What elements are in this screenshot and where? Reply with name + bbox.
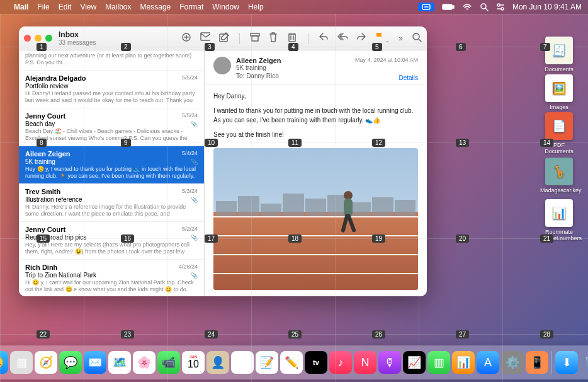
wifi-icon[interactable] [462, 3, 472, 11]
menu-help[interactable]: Help [248, 3, 264, 11]
menu-edit[interactable]: Edit [59, 3, 72, 11]
message-date: 5/3/24 [182, 188, 198, 194]
dock-notes[interactable]: 📝 [256, 351, 278, 374]
menu-view[interactable]: View [80, 3, 96, 11]
list-item[interactable]: Alejandra Delgado5/5/24Portfolio reviewH… [19, 71, 204, 108]
battery-icon[interactable] [442, 3, 455, 11]
message-date: 5/5/24 [182, 112, 198, 119]
svg-rect-11 [289, 34, 295, 42]
menu-mailbox[interactable]: Mailbox [105, 3, 131, 11]
desktop-images[interactable]: 🖼️Images [540, 74, 578, 110]
menu-message[interactable]: Message [140, 3, 171, 11]
reply-icon[interactable] [319, 32, 329, 45]
dock-freeform[interactable]: ✏️ [280, 351, 303, 374]
runner-figure [336, 191, 361, 248]
dock-stocks[interactable]: 📈 [403, 351, 426, 374]
message-subject: Illustration reference [25, 196, 198, 203]
svg-point-5 [501, 8, 504, 10]
menubar-datetime[interactable]: Mon Jun 10 9:41 AM [512, 3, 582, 11]
grid-marker-8: 8 [37, 139, 47, 147]
grid-marker-12: 12 [372, 139, 385, 147]
spotlight-icon[interactable] [480, 3, 489, 11]
message-body: Hey Danny, I wanted to thank you for put… [205, 85, 427, 146]
dock-maps[interactable]: 🗺️ [108, 351, 131, 374]
sender-name: Rich Dinh [25, 263, 198, 271]
dock-mail[interactable]: ✉️ [84, 351, 106, 374]
control-center-icon[interactable] [418, 3, 434, 11]
window-controls [24, 35, 52, 42]
zoom-button[interactable] [45, 35, 52, 42]
list-item[interactable]: Trev Smith5/3/24Illustration reference📎H… [19, 184, 204, 222]
desktop-pdf-documents[interactable]: 📄PDF Documents [540, 112, 578, 154]
attachment-icon: 📎 [191, 272, 198, 279]
list-item[interactable]: planning our next adventure (or at least… [19, 50, 204, 71]
dock-podcasts[interactable]: 🎙 [378, 351, 401, 374]
sender-name: Aileen Zeigen [25, 150, 198, 158]
dock-safari[interactable]: 🧭 [35, 351, 57, 374]
message-date: 5/4/24 [182, 150, 198, 156]
grid-marker-11: 11 [288, 139, 302, 147]
dock-reminders[interactable]: ☑︎ [231, 351, 254, 374]
message-subject: 5K training [25, 158, 198, 165]
dock-tv[interactable]: tv [305, 351, 327, 374]
more-icon[interactable]: » [399, 34, 403, 43]
dock-downloads[interactable]: ⬇︎ [555, 351, 578, 374]
menu-app[interactable]: Mail [14, 3, 28, 11]
desktop-documents[interactable]: 🧾Documents [540, 37, 578, 72]
dock-finder[interactable]: 😀 [0, 351, 8, 374]
menu-file[interactable]: File [37, 3, 49, 11]
close-button[interactable] [24, 35, 31, 42]
attachment-icon: 📎 [191, 159, 198, 165]
menu-window[interactable]: Window [212, 3, 239, 11]
mail-window: Inbox 33 messages ⌄ » planning our next … [19, 26, 427, 296]
desktop-madagascar-key[interactable]: 🦒Madagascar.key [540, 158, 578, 194]
grid-marker-19: 19 [372, 234, 385, 243]
menubar: Mail FileEditViewMailboxMessageFormatWin… [0, 0, 588, 14]
message-subject: 5K training [213, 64, 418, 71]
details-link[interactable]: Details [399, 74, 418, 81]
dock-music[interactable]: ♪ [329, 351, 352, 374]
message-preview: Beach Day 🏖️ - Chill vibes - Beach games… [25, 128, 198, 142]
dock-messages[interactable]: 💬 [59, 351, 82, 374]
control-toggles-icon[interactable] [496, 3, 505, 11]
grid-marker-27: 27 [456, 330, 469, 339]
dock-calendar[interactable]: JUN10 [182, 351, 205, 374]
menu-format[interactable]: Format [179, 3, 203, 11]
message-preview: planning our next adventure (or at least… [25, 52, 198, 66]
grid-marker-6: 6 [456, 43, 466, 51]
grid-marker-25: 25 [288, 330, 302, 339]
list-item[interactable]: Jenny Court5/5/24Beach day📎Beach Day 🏖️ … [19, 108, 204, 146]
dock-trash[interactable]: 🗑️ [580, 351, 588, 374]
dock-news[interactable]: N [354, 351, 376, 374]
dock-keynote[interactable]: 📊 [452, 351, 475, 374]
compose-icon[interactable] [219, 32, 229, 45]
list-item[interactable]: Rich Dinh4/28/24Trip to Zion National Pa… [19, 260, 204, 296]
mailbox-title: Inbox [59, 30, 96, 39]
filter-icon[interactable] [181, 32, 191, 45]
svg-rect-2 [453, 6, 454, 8]
dock-facetime[interactable]: 📹 [157, 351, 180, 374]
dock-photos[interactable]: 🌸 [133, 351, 155, 374]
search-icon[interactable] [412, 32, 422, 45]
dock-numbers[interactable]: ▥ [427, 351, 450, 374]
toolbar: ⌄ » [181, 32, 422, 45]
dock-settings[interactable]: ⚙️ [501, 351, 524, 374]
message-list[interactable]: planning our next adventure (or at least… [19, 50, 205, 296]
grid-marker-14: 14 [540, 139, 553, 147]
svg-rect-1 [443, 4, 452, 9]
list-item[interactable]: Aileen Zeigen5/4/245K training📎Hey 😊 y, … [19, 146, 204, 184]
message-attachment-image[interactable] [213, 148, 418, 290]
grid-marker-20: 20 [456, 234, 469, 243]
grid-marker-24: 24 [205, 330, 218, 339]
minimize-button[interactable] [35, 35, 42, 42]
trash-icon[interactable] [269, 32, 279, 45]
dock-launchpad[interactable]: ▦ [10, 351, 33, 374]
desktop-label: Madagascar.key [540, 187, 578, 194]
message-preview: Hi Danny, Here's a reference image for t… [25, 204, 198, 217]
forward-icon[interactable] [356, 32, 366, 45]
dock-contacts[interactable]: 👤 [206, 351, 229, 374]
dock-appstore[interactable]: A [477, 351, 499, 374]
dock-screen[interactable]: 📱 [526, 351, 548, 374]
message-date: 4/28/24 [179, 263, 198, 270]
reply-all-icon[interactable] [337, 32, 348, 45]
